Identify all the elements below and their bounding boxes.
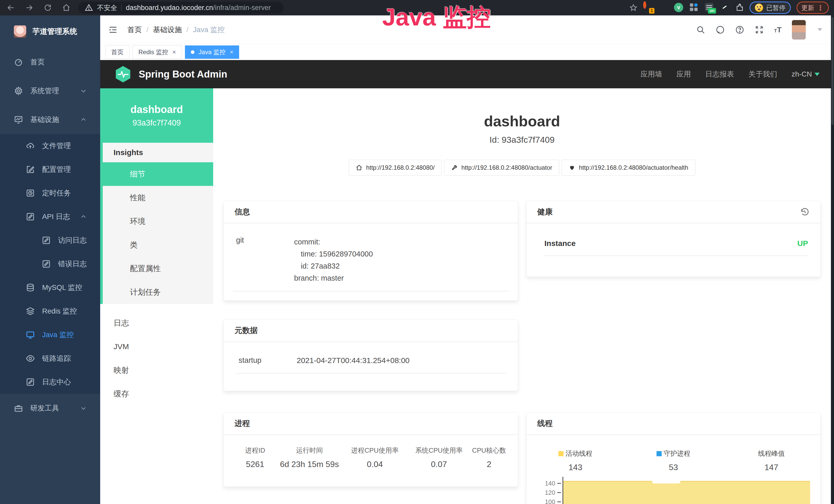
back-icon[interactable]: [7, 4, 15, 12]
breadcrumb-infra[interactable]: 基础设施: [153, 25, 182, 35]
sidebar-item-dev-tools[interactable]: 研发工具: [0, 394, 100, 422]
sba-menu-metrics[interactable]: 性能: [103, 186, 213, 209]
app-logo-row[interactable]: 芋道管理系统: [0, 16, 100, 48]
sba-nav-wallboard[interactable]: 应用墙: [641, 69, 662, 79]
legend-yellow-swatch: [558, 451, 564, 456]
link-service-url[interactable]: http://192.168.0.2:48080/: [349, 160, 441, 176]
threads-card-header: 线程: [527, 413, 821, 435]
process-col-header: CPU核心数: [468, 446, 510, 455]
fullscreen-icon[interactable]: [755, 25, 764, 35]
tab-java-monitor[interactable]: Java 监控 ×: [185, 45, 239, 59]
sidebar-item-jobs[interactable]: 定时任务: [0, 181, 100, 205]
search-icon[interactable]: [696, 25, 705, 35]
briefcase-icon: [14, 404, 23, 413]
github-icon[interactable]: [716, 25, 725, 35]
health-card-header: 健康: [527, 201, 821, 223]
link-actuator-url[interactable]: http://192.168.0.2:48080/actuator: [444, 160, 559, 176]
sba-menu-jvm[interactable]: JVM: [100, 335, 213, 359]
sba-locale-select[interactable]: zh-CN: [792, 70, 820, 78]
browser-menu-icon[interactable]: ⋮: [817, 4, 824, 12]
breadcrumb-separator: /: [147, 26, 149, 34]
health-instance-row[interactable]: Instance UP: [545, 223, 808, 256]
history-icon[interactable]: [800, 207, 810, 217]
sba-menu-classes[interactable]: 类: [103, 233, 213, 257]
extension-orange-icon[interactable]: 1: [643, 3, 653, 13]
sidebar-item-error-log[interactable]: 错误日志: [0, 252, 100, 276]
tab-home[interactable]: 首页: [105, 45, 129, 59]
health-instance-label: Instance: [545, 239, 576, 248]
bookmark-star-icon[interactable]: [629, 4, 637, 12]
sidebar-item-java-monitor[interactable]: Java 监控: [0, 323, 100, 347]
sidebar-item-api-log[interactable]: API 日志: [0, 205, 100, 229]
threads-legend: 活动线程 守护进程 线程峰值: [527, 449, 821, 458]
live-threads-value: 143: [527, 463, 625, 472]
log-edit-icon: [42, 259, 51, 269]
home-icon[interactable]: [62, 4, 70, 12]
sidebar-item-system[interactable]: 系统管理: [0, 76, 100, 105]
sidebar-item-mysql[interactable]: MySQL 监控: [0, 276, 100, 299]
close-icon[interactable]: ×: [229, 49, 233, 55]
sba-menu-scheduled-tasks[interactable]: 计划任务: [103, 280, 213, 304]
extension-badge: 1: [649, 8, 655, 14]
link-health-url[interactable]: http://192.168.0.2:48080/actuator/health: [562, 160, 695, 176]
sidebar-item-infra[interactable]: 基础设施: [0, 105, 100, 134]
extension-pin-icon[interactable]: [659, 3, 668, 13]
profile-paused-chip[interactable]: 已暂停: [749, 2, 791, 14]
legend-daemon-threads: 守护进程: [624, 449, 723, 458]
security-warning-icon[interactable]: [85, 4, 93, 12]
help-icon[interactable]: [735, 25, 744, 35]
scrollbar[interactable]: [831, 16, 834, 504]
admin-sidebar: 芋道管理系统 首页 系统管理 基础设施 文件管理: [0, 16, 100, 504]
extension-grid-icon[interactable]: [689, 3, 699, 13]
sba-main: dashboard Id: 93a3fc7f7409 http://192.16…: [213, 88, 831, 504]
url-text[interactable]: dashboard.yudao.iocoder.cn/infra/admin-s…: [126, 4, 271, 12]
address-bar[interactable]: 不安全 dashboard.yudao.iocoder.cn/infra/adm…: [78, 2, 284, 14]
process-col-header: 运行时间: [279, 446, 340, 455]
collapse-sidebar-icon[interactable]: [108, 25, 118, 35]
tab-label: 首页: [111, 48, 124, 56]
extension-leaf-icon[interactable]: [720, 3, 730, 13]
y-axis-tick-label: 120: [539, 489, 555, 496]
forward-icon[interactable]: [25, 4, 34, 12]
font-size-icon[interactable]: TT: [774, 25, 782, 34]
sidebar-item-redis[interactable]: Redis 监控: [0, 299, 100, 323]
breadcrumb-current: Java 监控: [193, 25, 225, 35]
sba-nav-applications[interactable]: 应用: [677, 69, 691, 79]
instance-name: dashboard: [130, 104, 183, 115]
sidebar-item-log-center[interactable]: 日志中心: [0, 370, 100, 394]
sba-nav-journal[interactable]: 日志报表: [705, 69, 734, 79]
extensions-puzzle-icon[interactable]: [736, 4, 744, 12]
sba-menu-config-props[interactable]: 配置属性: [103, 257, 213, 280]
sidebar-item-label: Java 监控: [42, 330, 74, 340]
sidebar-item-access-log[interactable]: 访问日志: [0, 229, 100, 252]
sidebar-item-tracing[interactable]: 链路追踪: [0, 347, 100, 370]
process-col-header: 进程CPU使用率: [340, 446, 410, 455]
metadata-key: startup: [236, 356, 297, 365]
sidebar-item-files[interactable]: 文件管理: [0, 134, 100, 158]
sba-menu-caches[interactable]: 缓存: [100, 382, 213, 406]
sba-menu-environment[interactable]: 环境: [103, 209, 213, 233]
legend-label: 守护进程: [664, 450, 690, 457]
sidebar-item-home[interactable]: 首页: [0, 48, 100, 76]
process-value: 0.07: [410, 460, 468, 469]
extension-vue-icon[interactable]: v: [674, 3, 684, 13]
log-edit-icon: [26, 212, 35, 221]
user-avatar[interactable]: [792, 20, 806, 40]
reload-icon[interactable]: [44, 4, 52, 12]
breadcrumb: 首页 / 基础设施 / Java 监控: [127, 25, 225, 35]
sba-menu-details[interactable]: 细节: [103, 162, 213, 186]
scrollbar-thumb[interactable]: [831, 17, 833, 125]
close-icon[interactable]: ×: [172, 49, 176, 55]
tab-redis-monitor[interactable]: Redis 监控 ×: [133, 45, 182, 59]
sidebar-item-config[interactable]: 配置管理: [0, 158, 100, 181]
sba-nav-about[interactable]: 关于我们: [748, 69, 777, 79]
browser-update-button[interactable]: 更新⋮: [796, 2, 829, 14]
extension-switch-icon[interactable]: on: [705, 3, 715, 13]
sba-instance-header[interactable]: dashboard 93a3fc7f7409: [100, 88, 213, 143]
breadcrumb-home[interactable]: 首页: [127, 25, 142, 35]
locale-label: zh-CN: [792, 70, 812, 78]
security-label[interactable]: 不安全: [97, 3, 117, 12]
avatar-caret-icon[interactable]: [817, 28, 822, 31]
sba-menu-logs[interactable]: 日志: [100, 311, 213, 335]
sba-menu-mappings[interactable]: 映射: [100, 359, 213, 382]
